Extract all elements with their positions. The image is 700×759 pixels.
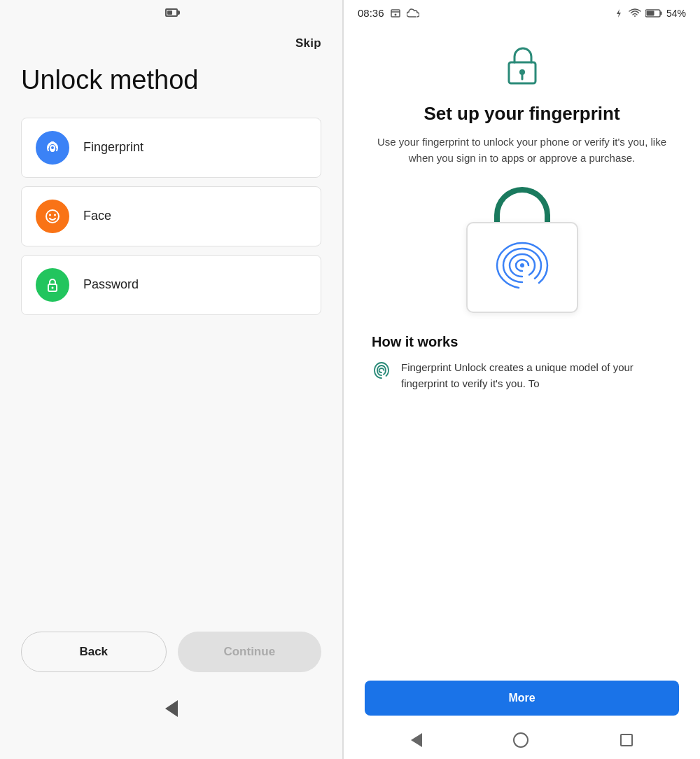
nav-recent-icon xyxy=(620,734,633,746)
status-left: 08:36 xyxy=(358,7,419,19)
right-panel: 08:36 xyxy=(344,0,700,759)
svg-marker-9 xyxy=(617,9,621,18)
how-it-works-text: Fingerprint Unlock creates a unique mode… xyxy=(401,360,672,391)
status-right: 54% xyxy=(613,8,686,19)
svg-point-1 xyxy=(46,210,59,223)
screenshot-icon xyxy=(390,8,401,19)
skip-row: Skip xyxy=(0,22,342,57)
cloud-icon xyxy=(407,8,419,18)
method-list: Fingerprint Face xyxy=(0,118,342,323)
svg-point-5 xyxy=(52,286,54,288)
fingerprint-setup-title: Set up your fingerprint xyxy=(424,103,620,125)
back-button[interactable]: Back xyxy=(21,632,167,672)
fingerprint-label: Fingerprint xyxy=(83,140,144,155)
svg-rect-11 xyxy=(660,11,662,15)
left-panel: Skip Unlock method Fingerprint xyxy=(0,0,342,759)
left-nav-bar xyxy=(21,693,321,731)
how-it-works-section: How it works Fingerprint Unlock creates … xyxy=(372,334,672,398)
right-nav-bar xyxy=(365,723,679,759)
left-status-bar xyxy=(0,0,342,22)
flash-icon xyxy=(613,8,624,18)
continue-button: Continue xyxy=(178,632,322,672)
svg-point-8 xyxy=(394,13,396,15)
more-button[interactable]: More xyxy=(365,681,679,716)
right-bottom-area: More xyxy=(344,674,700,759)
fingerprint-setup-desc: Use your fingerprint to unlock your phon… xyxy=(372,134,672,166)
svg-rect-12 xyxy=(646,11,654,15)
skip-button[interactable]: Skip xyxy=(295,36,321,50)
svg-point-3 xyxy=(54,214,56,216)
password-label: Password xyxy=(83,277,139,292)
right-status-bar: 08:36 xyxy=(344,0,700,25)
face-method-icon xyxy=(36,200,69,233)
method-item-password[interactable]: Password xyxy=(21,255,321,315)
method-item-fingerprint[interactable]: Fingerprint xyxy=(21,118,321,178)
how-it-works-item: Fingerprint Unlock creates a unique mode… xyxy=(372,360,672,391)
face-label: Face xyxy=(83,209,111,223)
how-it-works-title: How it works xyxy=(372,334,672,350)
battery-icon xyxy=(165,8,178,17)
lock-illustration xyxy=(452,187,592,313)
left-bottom-area: Back Continue xyxy=(0,618,342,759)
svg-point-2 xyxy=(49,214,51,216)
battery-percentage: 54% xyxy=(666,8,686,19)
wifi-icon xyxy=(629,8,641,18)
fingerprint-method-icon xyxy=(36,131,69,165)
nav-recent-button[interactable] xyxy=(620,734,633,746)
time-display: 08:36 xyxy=(358,7,384,19)
fade-overlay xyxy=(344,633,700,675)
nav-home-button[interactable] xyxy=(513,732,528,748)
back-triangle-icon[interactable] xyxy=(165,700,178,717)
page-title: Unlock method xyxy=(0,57,342,118)
battery-icon xyxy=(645,8,662,18)
fingerprint-scan-icon xyxy=(491,236,554,299)
password-method-icon xyxy=(36,268,69,302)
method-item-face[interactable]: Face xyxy=(21,186,321,246)
nav-back-button[interactable] xyxy=(411,733,422,747)
action-buttons: Back Continue xyxy=(21,632,321,672)
nav-home-icon xyxy=(513,732,528,748)
how-fingerprint-icon xyxy=(372,361,391,384)
lock-body xyxy=(466,222,578,313)
setup-lock-icon xyxy=(505,46,540,89)
svg-point-16 xyxy=(520,263,524,267)
nav-back-icon xyxy=(411,733,422,747)
